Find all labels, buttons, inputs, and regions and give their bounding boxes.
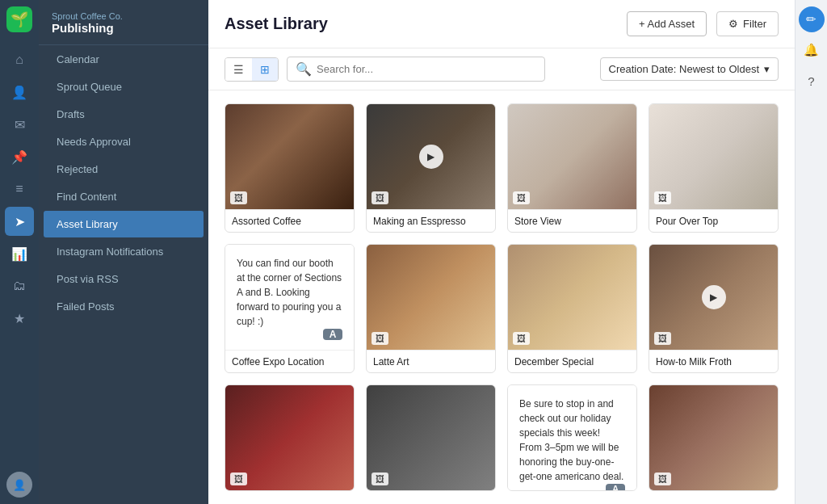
publishing-icon[interactable]: ➤	[5, 207, 34, 236]
sidebar-item-post-via-rss[interactable]: Post via RSS	[44, 266, 204, 292]
star-icon[interactable]: ★	[5, 304, 34, 333]
asset-card[interactable]: 🖼	[366, 384, 496, 491]
asset-label: How-to Milk Froth	[649, 350, 778, 373]
asset-label: Latte Art	[367, 350, 495, 373]
briefcase-icon[interactable]: 🗂	[5, 271, 34, 300]
asset-label: Assorted Coffee	[225, 209, 354, 233]
search-input[interactable]	[317, 63, 536, 75]
asset-card[interactable]: 🖼Assorted Coffee	[225, 103, 355, 233]
media-type-icon: 🖼	[513, 191, 530, 204]
asset-thumbnail: 🖼	[649, 385, 778, 490]
sidebar-item-rejected[interactable]: Rejected	[44, 156, 204, 183]
chevron-down-icon: ▾	[764, 63, 770, 75]
asset-label: December Special	[508, 350, 636, 373]
sort-dropdown[interactable]: Creation Date: Newest to Oldest ▾	[600, 57, 779, 81]
asset-label: Making an Esspresso	[367, 209, 495, 233]
media-type-icon: 🖼	[513, 332, 530, 345]
sidebar-item-instagram-notifications[interactable]: Instagram Notifications	[44, 238, 204, 265]
sidebar-item-find-content[interactable]: Find Content	[44, 183, 204, 210]
toolbar: ☰ ⊞ 🔍 Creation Date: Newest to Oldest ▾	[208, 48, 795, 90]
play-button[interactable]: ▶	[419, 145, 443, 169]
add-asset-button[interactable]: + Add Asset	[627, 11, 707, 36]
section-name: Publishing	[52, 21, 195, 35]
grid-view-button[interactable]: ⊞	[252, 58, 278, 81]
people-icon[interactable]: 👤	[5, 78, 34, 107]
asset-label: Store View	[508, 209, 636, 233]
page-title: Asset Library	[225, 15, 617, 33]
nav-items-container: CalendarSprout QueueDraftsNeeds Approval…	[39, 45, 208, 321]
asset-card[interactable]: 🖼Latte Art	[366, 244, 496, 373]
edit-icon[interactable]: ✏	[799, 6, 825, 32]
search-icon: 🔍	[296, 61, 312, 77]
view-toggle: ☰ ⊞	[225, 57, 279, 82]
icon-sidebar: 🌱 ⌂ 👤 ✉ 📌 ≡ ➤ 📊 🗂 ★ 👤	[0, 0, 39, 504]
search-box: 🔍	[287, 57, 545, 82]
list-view-button[interactable]: ☰	[225, 58, 252, 81]
media-type-icon: 🖼	[654, 332, 671, 345]
asset-card[interactable]: 🖼	[225, 384, 355, 491]
filter-icon: ⚙	[728, 18, 738, 30]
asset-thumbnail: 🖼	[225, 385, 354, 490]
asset-card[interactable]: 🖼Pour Over Top	[649, 103, 779, 233]
sidebar-item-needs-approval[interactable]: Needs Approval	[44, 128, 204, 155]
asset-card[interactable]: Be sure to stop in and check out our hol…	[507, 384, 637, 491]
main-content: Asset Library + Add Asset ⚙ Filter ☰ ⊞ 🔍…	[208, 0, 795, 504]
asset-thumbnail: 🖼	[225, 104, 354, 209]
media-type-icon: 🖼	[654, 191, 671, 204]
asset-thumbnail: ▶🖼	[367, 104, 495, 209]
asset-card[interactable]: 🖼December Special	[507, 244, 637, 373]
asset-thumbnail: 🖼	[508, 104, 636, 209]
home-icon[interactable]: ⌂	[5, 45, 34, 74]
inbox-icon[interactable]: ✉	[5, 110, 34, 139]
asset-card[interactable]: 🖼	[649, 384, 779, 491]
asset-thumbnail: ▶🖼	[649, 245, 778, 350]
sidebar-item-asset-library[interactable]: Asset Library	[44, 211, 204, 237]
sidebar-item-sprout-queue[interactable]: Sprout Queue	[44, 74, 204, 100]
asset-thumbnail: 🖼	[367, 245, 495, 350]
asset-thumbnail: 🖼	[508, 245, 636, 350]
media-type-icon: 🖼	[230, 472, 247, 485]
asset-thumbnail: 🖼	[367, 385, 495, 490]
pin-icon[interactable]: 📌	[5, 142, 34, 171]
asset-card[interactable]: ▶🖼Making an Esspresso	[366, 103, 496, 233]
media-type-icon: 🖼	[372, 472, 388, 485]
media-type-icon: 🖼	[372, 191, 388, 204]
nav-sidebar: Sprout Coffee Co. Publishing CalendarSpr…	[39, 0, 208, 504]
brand-header: Sprout Coffee Co. Publishing	[39, 0, 208, 45]
asset-label: Coffee Expo Location	[225, 350, 354, 373]
main-header: Asset Library + Add Asset ⚙ Filter	[208, 0, 795, 48]
user-avatar[interactable]: 👤	[6, 472, 32, 498]
media-type-icon: 🖼	[654, 472, 671, 485]
filter-button[interactable]: ⚙ Filter	[716, 11, 779, 36]
asset-label: Pour Over Top	[649, 209, 778, 233]
asset-grid: 🖼Assorted Coffee▶🖼Making an Esspresso🖼St…	[208, 90, 795, 504]
brand-logo: 🌱	[6, 6, 32, 32]
sidebar-item-calendar[interactable]: Calendar	[44, 46, 204, 73]
help-icon[interactable]: ?	[799, 68, 825, 94]
bell-icon[interactable]: 🔔	[799, 37, 825, 63]
media-type-icon: 🖼	[372, 332, 388, 345]
list-icon[interactable]: ≡	[5, 174, 34, 204]
asset-card[interactable]: ▶🖼How-to Milk Froth	[649, 244, 779, 373]
right-icons-panel: ✏ 🔔 ?	[795, 0, 827, 504]
asset-card[interactable]: You can find our booth at the corner of …	[225, 244, 355, 373]
sidebar-item-failed-posts[interactable]: Failed Posts	[44, 293, 204, 320]
asset-thumbnail: 🖼	[649, 104, 778, 209]
play-button[interactable]: ▶	[702, 285, 726, 309]
chart-icon[interactable]: 📊	[5, 239, 34, 268]
asset-card[interactable]: 🖼Store View	[507, 103, 637, 233]
media-type-icon: 🖼	[230, 191, 247, 204]
company-name: Sprout Coffee Co.	[52, 11, 195, 21]
sidebar-item-drafts[interactable]: Drafts	[44, 101, 204, 128]
